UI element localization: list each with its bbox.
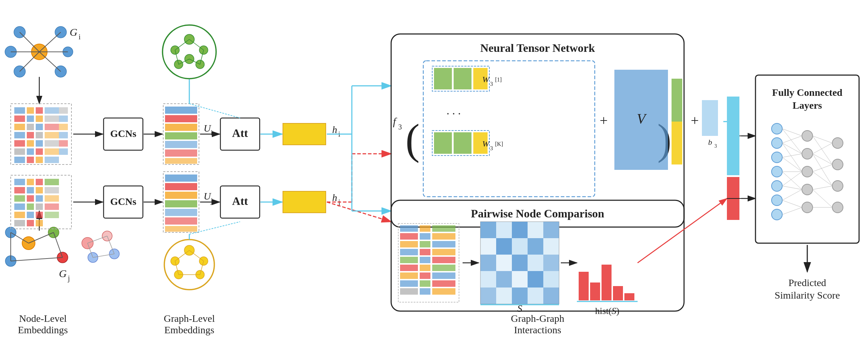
gi-label: G <box>70 26 78 38</box>
svg-rect-239 <box>480 271 496 288</box>
svg-rect-184 <box>454 132 472 154</box>
svg-rect-133 <box>165 200 197 207</box>
svg-rect-69 <box>283 123 326 145</box>
svg-rect-246 <box>512 288 528 304</box>
svg-line-96 <box>11 257 63 261</box>
svg-rect-39 <box>59 132 68 138</box>
svg-rect-190 <box>672 122 682 164</box>
graph-level-label-1: Graph-Level <box>164 313 215 324</box>
svg-rect-60 <box>165 124 197 131</box>
graph-level-label-2: Embeddings <box>164 324 214 335</box>
svg-rect-120 <box>27 212 34 218</box>
svg-rect-227 <box>528 222 543 238</box>
svg-rect-208 <box>420 257 430 263</box>
svg-rect-116 <box>27 203 34 210</box>
svg-rect-216 <box>400 280 418 287</box>
svg-rect-251 <box>579 272 589 300</box>
svg-rect-255 <box>624 293 634 300</box>
svg-rect-122 <box>45 212 59 218</box>
ui-label: U <box>204 123 211 134</box>
svg-point-264 <box>772 123 782 134</box>
svg-text:[1]: [1] <box>495 77 502 83</box>
plus2-sign: + <box>691 112 699 128</box>
svg-point-271 <box>802 131 813 141</box>
svg-rect-31 <box>27 124 34 130</box>
svg-rect-115 <box>14 203 25 210</box>
svg-point-267 <box>772 166 782 177</box>
hj-label: h <box>332 192 337 203</box>
svg-rect-204 <box>400 249 418 255</box>
svg-rect-233 <box>543 238 559 255</box>
svg-rect-218 <box>432 280 455 287</box>
svg-rect-61 <box>165 132 197 139</box>
svg-rect-26 <box>27 116 34 122</box>
graph-graph-label-1: Graph-Graph <box>511 313 564 324</box>
svg-rect-103 <box>14 179 25 185</box>
svg-rect-105 <box>36 179 43 185</box>
svg-rect-253 <box>602 265 612 300</box>
svg-rect-230 <box>496 238 512 255</box>
svg-rect-212 <box>432 265 455 271</box>
hist-s-label: hist(S) <box>595 306 619 316</box>
svg-point-268 <box>772 181 782 191</box>
svg-rect-21 <box>27 107 34 114</box>
att-bottom-label: Att <box>232 195 248 207</box>
svg-rect-207 <box>400 257 418 263</box>
svg-point-274 <box>802 184 813 195</box>
svg-point-74 <box>163 25 216 79</box>
svg-rect-109 <box>36 187 43 193</box>
svg-rect-110 <box>45 187 59 193</box>
svg-rect-130 <box>165 175 197 182</box>
svg-point-272 <box>802 148 813 159</box>
svg-rect-224 <box>480 222 496 238</box>
fc-title-line1: Fully Connected <box>772 87 843 98</box>
att-top-label: Att <box>232 127 248 139</box>
svg-rect-64 <box>165 158 197 164</box>
svg-rect-27 <box>36 116 43 122</box>
svg-rect-196 <box>420 225 430 232</box>
fc-title-line2: Layers <box>793 100 822 111</box>
svg-point-266 <box>772 152 782 163</box>
svg-rect-213 <box>400 272 418 279</box>
svg-rect-232 <box>528 238 543 255</box>
node-level-label-2: Embeddings <box>18 324 68 335</box>
svg-rect-183 <box>434 132 452 154</box>
svg-rect-25 <box>14 116 25 122</box>
svg-rect-231 <box>512 238 528 255</box>
plus1-sign: + <box>600 112 608 128</box>
svg-rect-40 <box>14 140 25 147</box>
svg-rect-210 <box>400 265 418 271</box>
svg-text:. . .: . . . <box>447 104 461 117</box>
svg-point-278 <box>832 181 843 191</box>
svg-line-156 <box>189 250 204 261</box>
svg-point-273 <box>802 166 813 177</box>
svg-rect-240 <box>496 271 512 288</box>
diagram-container: G i GCNs <box>0 0 868 344</box>
svg-rect-59 <box>165 115 197 122</box>
w3-k-label: W <box>482 139 490 148</box>
svg-text:i: i <box>79 33 81 41</box>
svg-rect-29 <box>59 116 68 122</box>
svg-rect-123 <box>14 220 25 226</box>
svg-rect-107 <box>14 187 25 193</box>
svg-point-265 <box>772 138 782 148</box>
svg-rect-135 <box>165 217 197 225</box>
svg-line-155 <box>175 250 189 261</box>
svg-rect-189 <box>672 79 682 122</box>
svg-rect-195 <box>400 225 418 232</box>
w3-1-label: W <box>482 75 490 84</box>
svg-rect-235 <box>496 255 512 271</box>
svg-rect-104 <box>27 179 34 185</box>
svg-line-14 <box>39 52 61 72</box>
svg-rect-257 <box>727 97 739 175</box>
svg-rect-252 <box>590 282 600 300</box>
ntn-title: Neural Tensor Network <box>480 41 595 54</box>
svg-text:i: i <box>211 129 213 137</box>
svg-text:3: 3 <box>490 81 493 87</box>
svg-rect-177 <box>454 68 472 89</box>
svg-rect-241 <box>512 271 528 288</box>
svg-point-275 <box>802 202 813 213</box>
svg-line-11 <box>20 32 39 52</box>
predicted-label-1: Predicted <box>788 277 826 288</box>
svg-rect-119 <box>14 212 25 218</box>
